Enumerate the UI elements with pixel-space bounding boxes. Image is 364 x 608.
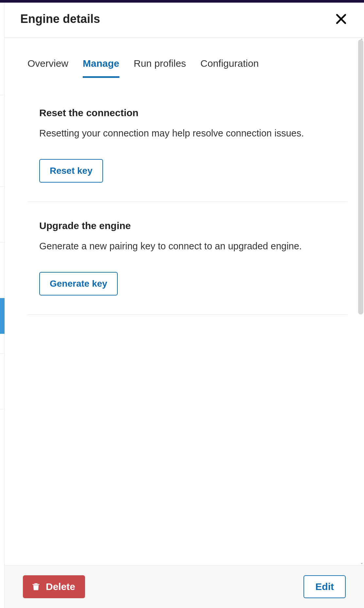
engine-details-panel: Engine details ⌃ ⌄ Overview Manage Run p…	[5, 3, 364, 608]
background-divider	[0, 95, 5, 95]
delete-button-label: Delete	[46, 581, 75, 592]
tab-overview[interactable]: Overview	[27, 58, 68, 78]
generate-key-button[interactable]: Generate key	[39, 272, 118, 295]
background-divider	[0, 409, 5, 409]
background-divider	[0, 242, 5, 242]
section-upgrade-engine: Upgrade the engine Generate a new pairin…	[27, 220, 348, 315]
trash-icon	[31, 582, 41, 592]
background-row-highlight	[0, 298, 5, 334]
tab-run-profiles[interactable]: Run profiles	[134, 58, 186, 78]
section-title: Reset the connection	[39, 107, 336, 118]
section-description: Resetting your connection may help resol…	[39, 126, 336, 140]
panel-header: Engine details	[5, 3, 364, 38]
edit-button[interactable]: Edit	[303, 575, 346, 598]
tab-manage[interactable]: Manage	[83, 58, 119, 78]
tab-bar: Overview Manage Run profiles Configurati…	[27, 38, 348, 78]
section-description: Generate a new pairing key to connect to…	[39, 239, 336, 253]
panel-body: ⌃ ⌄ Overview Manage Run profiles Configu…	[5, 38, 364, 565]
close-button[interactable]	[334, 12, 348, 26]
header-strip	[0, 0, 364, 3]
close-icon	[335, 13, 347, 25]
background-divider	[0, 298, 5, 298]
section-reset-connection: Reset the connection Resetting your conn…	[27, 107, 348, 202]
delete-button[interactable]: Delete	[23, 575, 85, 598]
tab-configuration[interactable]: Configuration	[200, 58, 259, 78]
section-title: Upgrade the engine	[39, 220, 336, 231]
panel-title: Engine details	[20, 12, 100, 26]
reset-key-button[interactable]: Reset key	[39, 159, 103, 183]
background-divider	[0, 353, 5, 354]
panel-footer: Delete Edit	[5, 565, 364, 608]
scroll-area: Overview Manage Run profiles Configurati…	[5, 38, 364, 565]
background-divider	[0, 187, 5, 187]
